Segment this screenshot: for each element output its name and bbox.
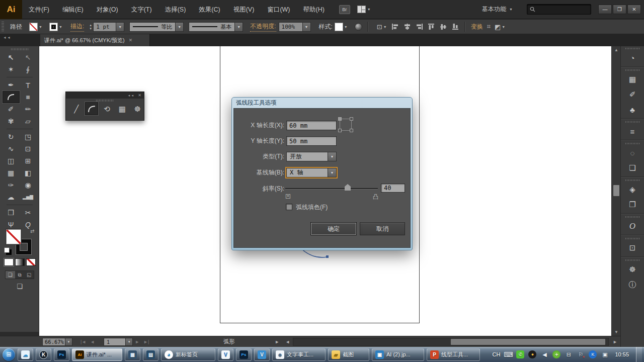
speaker-icon[interactable]: ◀	[540, 350, 548, 358]
draw-behind-mode[interactable]: ⧉	[15, 271, 25, 279]
taskbar-powerpoint-doc[interactable]: P 线型工具...	[427, 348, 480, 361]
rectangular-grid-tool[interactable]: ▦	[116, 102, 128, 115]
prev-artboard-button[interactable]: ◄	[90, 339, 95, 344]
start-button[interactable]: ⊞	[3, 348, 15, 361]
next-artboard-button[interactable]: ►	[135, 339, 139, 344]
brush-definition-dropdown[interactable]: 基本 ▼	[189, 22, 243, 32]
gradient-button[interactable]	[15, 258, 25, 266]
color-panel-button[interactable]: ◔	[621, 46, 644, 65]
screen-mode-button[interactable]: ❏	[0, 283, 39, 290]
network-icon[interactable]: ⊟	[565, 350, 573, 358]
ref-point-bottom-left[interactable]	[338, 129, 342, 132]
horizontal-scrollbar[interactable]	[293, 338, 609, 346]
clock[interactable]: 10:55	[615, 351, 629, 357]
align-right-button[interactable]	[416, 23, 423, 30]
pen-tool[interactable]: ✒	[3, 79, 20, 91]
ref-point-top-right[interactable]	[350, 117, 353, 121]
spiral-tool[interactable]: ⟲	[101, 102, 113, 115]
align-vcenter-button[interactable]	[440, 23, 447, 30]
menu-file[interactable]: 文件(F)	[22, 0, 56, 19]
safety-shield-icon[interactable]: +	[552, 350, 560, 358]
column-graph-tool[interactable]: ▂▅▇	[20, 191, 37, 203]
artboard-dropdown[interactable]: ▼	[126, 338, 133, 346]
navigator-panel-button[interactable]: ☸	[621, 258, 644, 277]
style-swatch-control[interactable]: ▼	[335, 23, 348, 31]
taskbar-screenshot-folder[interactable]: ▰ 截图	[328, 348, 369, 361]
draw-inside-mode[interactable]: ◱	[24, 271, 34, 279]
stroke-weight-dropdown[interactable]: ▼	[116, 22, 124, 32]
blob-brush-tool[interactable]: ✾	[3, 115, 20, 127]
selection-tool[interactable]: ↖	[3, 51, 20, 63]
fill-arc-checkbox[interactable]	[286, 204, 292, 210]
taskbar-doc-window[interactable]: ☻ 文字事工...	[272, 348, 326, 361]
menu-view[interactable]: 视图(V)	[227, 0, 261, 19]
taskbar-calculator[interactable]: ▦	[125, 348, 140, 361]
width-profile-dropdown[interactable]: 等比 ▼	[129, 22, 184, 32]
gradient-tool[interactable]: ◧	[20, 167, 37, 179]
pencil-tool[interactable]: ✏	[20, 103, 37, 115]
close-button[interactable]: ✕	[627, 5, 641, 14]
ref-point-bottom-right[interactable]	[350, 129, 353, 132]
menu-select[interactable]: 选择(S)	[158, 0, 193, 19]
menu-effect[interactable]: 效果(C)	[192, 0, 226, 19]
stroke-weight-field[interactable]: 1 pt	[93, 22, 116, 32]
scale-tool[interactable]: ◳	[20, 131, 37, 143]
palette-gripper[interactable]	[96, 100, 114, 102]
cancel-button[interactable]: 取消	[360, 222, 405, 235]
hscroll-right-icon[interactable]: ►	[613, 339, 617, 344]
info-panel-button[interactable]: ⓘ	[621, 277, 644, 292]
type-tool[interactable]: T	[20, 79, 37, 91]
search-input[interactable]	[537, 7, 588, 13]
arrange-documents-button[interactable]: ▼	[357, 6, 371, 13]
slope-value-field[interactable]: 40	[381, 184, 405, 193]
reference-point-locator[interactable]	[340, 119, 352, 131]
status-expand-icon[interactable]: ►	[275, 339, 279, 344]
transparency-panel-button[interactable]: ❏	[621, 160, 644, 175]
align-left-button[interactable]	[391, 23, 399, 30]
taskbar-browser-tab[interactable]: ◕ 新标签页	[161, 348, 215, 361]
qq-icon[interactable]: ●	[528, 350, 536, 358]
scroll-down-icon[interactable]: ▼	[612, 328, 621, 336]
artboards-panel-button[interactable]: ❐	[621, 197, 644, 212]
slice-tool[interactable]: ✂	[20, 207, 37, 219]
arc-tool[interactable]	[3, 91, 20, 103]
language-indicator[interactable]: CH	[493, 351, 501, 357]
transform-link[interactable]: 变换	[471, 23, 483, 31]
opacity-dropdown[interactable]: ▼	[303, 22, 311, 32]
panel-gripper[interactable]	[11, 48, 28, 50]
draw-normal-mode[interactable]: ❏	[6, 271, 15, 279]
panel-gripper[interactable]	[2, 22, 4, 32]
taskbar-image-viewer[interactable]: ▣ AI (2).jp...	[372, 348, 424, 361]
shape-builder-tool[interactable]: ◫	[3, 155, 20, 167]
remote-icon[interactable]: ▣	[601, 350, 609, 358]
vertical-scrollbar[interactable]: ▲ ▼	[611, 46, 620, 336]
stroke-weight-stepper[interactable]: ▲▼	[89, 24, 92, 30]
arc-tool[interactable]	[85, 102, 98, 115]
document-setup-icon[interactable]	[355, 23, 362, 31]
perspective-grid-tool[interactable]: ⊞	[20, 155, 37, 167]
lasso-tool[interactable]: ∮	[20, 63, 37, 75]
free-transform-tool[interactable]: ⊡	[20, 143, 37, 155]
default-swatches-icon[interactable]	[4, 247, 10, 253]
hscroll-left-icon[interactable]: ◄	[285, 339, 290, 344]
bridge-button[interactable]: Br	[339, 5, 350, 14]
show-desktop-button[interactable]	[636, 347, 642, 362]
tab-close-icon[interactable]: ✕	[129, 38, 133, 43]
menu-help[interactable]: 帮助(H)	[297, 0, 331, 19]
gradient-panel-button[interactable]: ◌	[621, 141, 644, 160]
stroke-color-control[interactable]: ▼	[49, 23, 62, 31]
taskbar-k-player[interactable]: K	[36, 348, 51, 361]
direct-selection-tool[interactable]: ↖	[20, 51, 37, 63]
transform-panel-button[interactable]: ⊡	[621, 236, 644, 255]
scroll-up-icon[interactable]: ▲	[612, 46, 621, 54]
eraser-tool[interactable]: ▱	[20, 115, 37, 127]
polar-grid-tool[interactable]: ☸	[131, 102, 144, 115]
taskbar-media-player[interactable]: ▤	[143, 348, 158, 361]
align-top-button[interactable]	[428, 23, 435, 30]
taskbar-v-player[interactable]: V	[254, 348, 270, 361]
keyboard-icon[interactable]: ⌨	[504, 350, 512, 358]
taskbar-thunder[interactable]: V	[218, 348, 233, 361]
line-segment-tool[interactable]: ╱	[70, 102, 83, 115]
mesh-tool[interactable]: ▦	[3, 167, 20, 179]
ref-point-top-left[interactable]	[338, 117, 342, 121]
